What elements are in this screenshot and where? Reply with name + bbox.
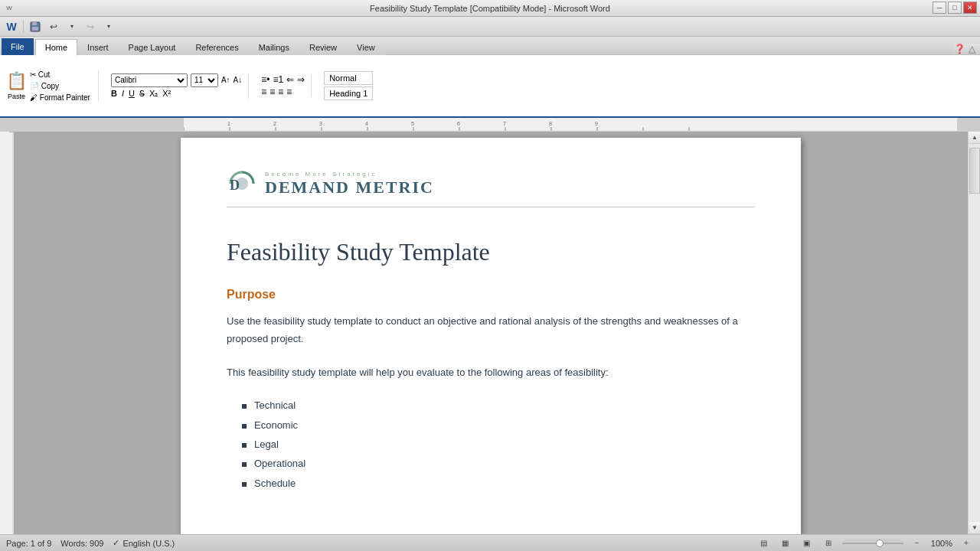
tab-review[interactable]: Review [299,38,347,55]
numbering-button[interactable]: ≡1 [273,74,283,85]
tab-file[interactable]: File [2,38,34,55]
undo-dropdown[interactable]: ▾ [64,19,80,34]
bullets-button[interactable]: ≡• [261,74,270,85]
title-bar-left: W [3,2,15,13]
justify-button[interactable]: ≡ [286,86,292,97]
redo-button[interactable]: ↪ [82,19,99,34]
view-reading-button[interactable]: ▦ [778,536,793,550]
view-print-button[interactable]: ▣ [799,536,815,550]
align-left-button[interactable]: ≡ [261,86,266,97]
copy-button[interactable]: 📄 Copy [30,82,90,90]
ribbon-minimize-icon[interactable]: △ [969,44,975,54]
logo-tagline: Become More Strategic [265,171,434,178]
zoom-in-button[interactable]: + [959,536,974,550]
ruler-svg: 1 2 3 4 5 6 7 8 9 [184,118,957,132]
paragraph-group: ≡• ≡1 ⇐ ⇒ ≡ ≡ ≡ ≡ [255,74,312,97]
list-item: Schedule [242,474,755,492]
scroll-thumb[interactable] [969,148,980,194]
svg-rect-24 [0,132,14,534]
title-bar-controls: ─ □ ✕ [933,2,977,14]
save-button[interactable] [27,19,44,34]
font-grow-button[interactable]: A↑ [221,76,230,84]
logo-name: DEMAND METRIC [265,178,434,197]
title-bar: W Feasibility Study Template [Compatibil… [0,0,980,17]
ribbon-tab-fill [385,38,954,55]
tab-home[interactable]: Home [35,39,77,56]
svg-text:7: 7 [503,121,506,126]
zoom-slider[interactable] [842,539,903,548]
tab-mailings[interactable]: Mailings [249,38,299,55]
maximize-button[interactable]: □ [948,2,962,14]
paste-button[interactable]: 📋 Paste [6,71,27,100]
list-item: Economic [242,416,755,434]
zoom-out-button[interactable]: − [910,536,925,550]
bullet-icon [242,443,247,448]
italic-button[interactable]: I [122,89,124,98]
font-style-row: B I U S̶ X₂ X² [111,89,242,99]
status-bar: Page: 1 of 9 Words: 909 ✓ English (U.S.)… [0,534,980,551]
superscript-button[interactable]: X² [162,89,171,98]
purpose-heading: Purpose [227,288,755,302]
demand-metric-logo-icon: D [227,168,257,199]
view-web-button[interactable]: ⊞ [821,536,836,550]
heading1-style[interactable]: Heading 1 [324,86,373,100]
svg-text:9: 9 [595,121,598,126]
tab-view[interactable]: View [347,38,385,55]
minimize-button[interactable]: ─ [933,2,946,14]
help-icon[interactable]: ❓ [954,44,965,54]
svg-text:4: 4 [365,121,368,126]
bullet-icon [242,462,247,467]
close-button[interactable]: ✕ [963,2,977,14]
tab-page-layout[interactable]: Page Layout [119,38,186,55]
feasibility-list: Technical Economic Legal Operational [227,396,755,492]
language-indicator[interactable]: ✓ English (U.S.) [113,538,175,548]
svg-rect-1 [32,22,37,25]
status-right: ▤ ▦ ▣ ⊞ − 100% + [756,536,974,550]
scroll-track[interactable] [969,144,980,522]
scroll-up-button[interactable]: ▲ [969,132,980,144]
align-buttons: ≡ ≡ ≡ ≡ [261,86,305,97]
align-right-button[interactable]: ≡ [278,86,283,97]
font-controls: Calibri 11 A↑ A↓ [111,73,242,87]
indent-decrease-button[interactable]: ⇐ [286,74,294,85]
bold-button[interactable]: B [111,89,117,98]
format-painter-button[interactable]: 🖌 Format Painter [30,93,90,102]
align-center-button[interactable]: ≡ [270,86,275,97]
bullet-icon [242,482,247,487]
words-count: Words: 909 [60,539,103,548]
undo-button[interactable]: ↩ [45,19,62,34]
indent-increase-button[interactable]: ⇒ [297,74,305,85]
font-group: Calibri 11 A↑ A↓ B I U S̶ X₂ X² [105,73,249,99]
svg-rect-2 [32,27,38,31]
vertical-ruler [0,132,14,534]
subscript-button[interactable]: X₂ [149,89,158,99]
styles-gallery[interactable]: Normal [324,71,373,85]
tab-insert[interactable]: Insert [77,38,119,55]
customize-qa-dropdown[interactable]: ▾ [100,19,117,34]
font-size-select[interactable]: 11 [191,73,218,87]
svg-text:8: 8 [549,121,552,126]
tab-references[interactable]: References [185,38,248,55]
scroll-down-button[interactable]: ▼ [969,522,980,534]
purpose-body: Use the feasibility study template to co… [227,312,755,348]
list-item: Technical [242,396,755,414]
bullet-icon [242,424,247,429]
app-icon: W [3,2,15,13]
strikethrough-button[interactable]: S̶ [139,89,145,99]
font-shrink-button[interactable]: A↓ [234,76,243,84]
horizontal-ruler: 1 2 3 4 5 6 7 8 9 [0,118,980,132]
cut-button[interactable]: ✂ Cut [30,70,90,79]
zoom-thumb[interactable] [876,540,884,547]
document-area[interactable]: D Become More Strategic DEMAND METRIC Fe… [14,132,968,534]
cut-copy-group: ✂ Cut 📄 Copy 🖌 Format Painter [30,70,90,102]
logo-area: D Become More Strategic DEMAND METRIC [227,168,755,207]
view-normal-button[interactable]: ▤ [756,536,772,550]
list-item: Legal [242,435,755,453]
font-name-select[interactable]: Calibri [111,73,188,87]
svg-text:6: 6 [457,121,460,126]
svg-text:2: 2 [273,121,276,126]
page: D Become More Strategic DEMAND METRIC Fe… [181,138,801,534]
underline-button[interactable]: U [129,89,135,98]
purpose-section: Purpose Use the feasibility study templa… [227,288,755,492]
main-area: D Become More Strategic DEMAND METRIC Fe… [0,132,980,534]
